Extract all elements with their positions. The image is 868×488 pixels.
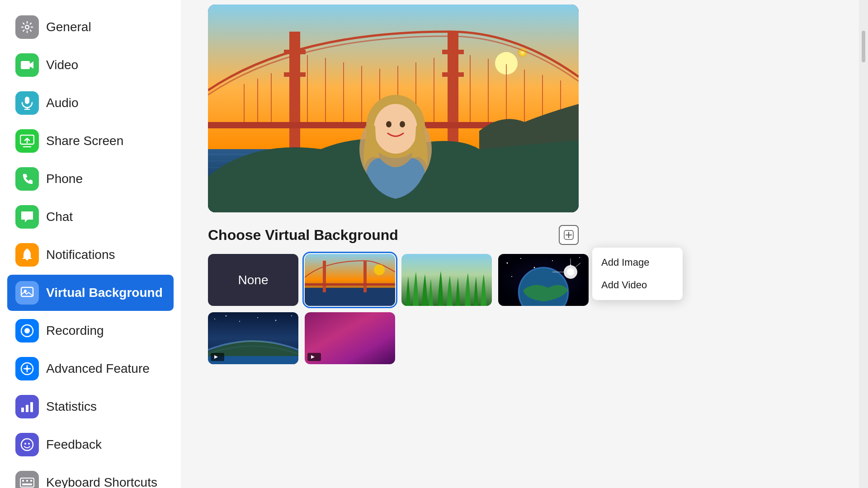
- svg-rect-68: [363, 261, 367, 292]
- svg-point-70: [374, 264, 385, 275]
- sidebar-item-recording[interactable]: Recording: [7, 313, 174, 349]
- rec-icon: [15, 319, 39, 343]
- svg-point-0: [25, 25, 29, 29]
- phone-icon: [15, 167, 39, 191]
- sidebar-item-notifications[interactable]: Notifications: [7, 237, 174, 273]
- svg-rect-16: [26, 405, 28, 412]
- add-image-item[interactable]: Add Image: [592, 251, 683, 274]
- sidebar-item-statistics[interactable]: Statistics: [7, 389, 174, 425]
- main-content: Choose Virtual Background Add Image Add …: [181, 0, 859, 488]
- svg-rect-37: [442, 50, 464, 54]
- svg-rect-69: [305, 283, 395, 286]
- sidebar-item-general-label: General: [46, 20, 91, 34]
- audio-icon: [15, 91, 39, 115]
- sidebar-item-feedback[interactable]: Feedback: [7, 427, 174, 463]
- sidebar-item-vbg-label: Virtual Background: [46, 286, 163, 300]
- sidebar-item-phone-label: Phone: [46, 172, 83, 186]
- sidebar-item-advanced-feature[interactable]: Advanced Feature: [7, 351, 174, 387]
- sidebar-item-recording-label: Recording: [46, 324, 104, 338]
- thumb-none[interactable]: None: [208, 254, 298, 306]
- add-background-button[interactable]: [559, 225, 579, 245]
- section-title: Choose Virtual Background: [208, 227, 398, 244]
- svg-rect-2: [25, 97, 29, 104]
- svg-rect-25: [22, 483, 32, 485]
- svg-rect-23: [26, 480, 28, 482]
- thumb-space[interactable]: [498, 254, 589, 306]
- thumb-golden-gate[interactable]: [305, 254, 395, 306]
- svg-rect-22: [22, 480, 24, 482]
- sidebar-item-chat-label: Chat: [46, 210, 73, 224]
- sidebar-item-virtual-background[interactable]: Virtual Background: [7, 275, 174, 311]
- sidebar-item-share-screen-label: Share Screen: [46, 134, 123, 148]
- svg-point-83: [567, 268, 574, 276]
- sidebar-item-video-label: Video: [46, 58, 78, 72]
- sidebar-item-share-screen[interactable]: Share Screen: [7, 123, 174, 159]
- svg-point-91: [257, 317, 258, 318]
- thumb-purple-video[interactable]: [305, 312, 395, 364]
- svg-point-73: [507, 263, 508, 264]
- sidebar-item-general[interactable]: General: [7, 9, 174, 45]
- svg-point-18: [21, 439, 33, 450]
- bell-icon: [15, 243, 39, 267]
- svg-rect-67: [323, 261, 326, 292]
- chat-icon: [15, 205, 39, 229]
- svg-rect-1: [21, 61, 30, 69]
- sidebar-item-video[interactable]: Video: [7, 47, 174, 83]
- sidebar-item-chat[interactable]: Chat: [7, 199, 174, 235]
- thumb-none-label: None: [238, 273, 269, 287]
- svg-point-19: [24, 443, 26, 445]
- plus-icon: [564, 230, 574, 240]
- svg-point-75: [534, 267, 535, 268]
- svg-point-90: [239, 321, 240, 322]
- sidebar-item-audio-label: Audio: [46, 96, 79, 110]
- scrollbar[interactable]: [859, 0, 868, 488]
- svg-point-10: [24, 328, 30, 333]
- svg-rect-36: [284, 72, 306, 77]
- svg-rect-38: [442, 72, 464, 77]
- svg-point-76: [552, 260, 553, 261]
- video-icon: [15, 53, 39, 77]
- svg-point-89: [226, 315, 227, 317]
- share-screen-icon: [15, 129, 39, 153]
- svg-point-74: [520, 258, 521, 259]
- scrollbar-thumb[interactable]: [862, 31, 865, 62]
- add-dropdown: Add Image Add Video: [592, 248, 683, 300]
- svg-point-60: [386, 121, 392, 127]
- svg-point-20: [28, 443, 30, 445]
- stats-icon: [15, 395, 39, 418]
- svg-rect-66: [305, 288, 395, 306]
- thumbnail-row-2: [208, 312, 841, 364]
- sidebar-item-phone[interactable]: Phone: [7, 161, 174, 197]
- svg-point-88: [214, 319, 215, 319]
- sidebar-item-audio[interactable]: Audio: [7, 85, 174, 121]
- gear-icon: [15, 15, 39, 39]
- svg-rect-15: [21, 408, 24, 412]
- sidebar-item-feedback-label: Feedback: [46, 437, 102, 452]
- svg-rect-17: [30, 402, 33, 412]
- feedback-icon: [15, 433, 39, 456]
- section-header: Choose Virtual Background Add Image Add …: [208, 225, 579, 245]
- svg-rect-21: [20, 478, 34, 487]
- svg-point-79: [511, 276, 512, 277]
- thumbnail-row-1: None: [208, 254, 841, 306]
- svg-point-93: [291, 315, 292, 316]
- svg-point-59: [374, 104, 417, 154]
- virtual-background-preview: [208, 5, 579, 212]
- svg-point-14: [26, 367, 28, 370]
- thumb-grass[interactable]: [401, 254, 492, 306]
- svg-rect-24: [30, 480, 32, 482]
- svg-point-78: [579, 257, 580, 258]
- vbg-icon: [15, 281, 39, 305]
- thumb-earth-video[interactable]: [208, 312, 298, 364]
- sidebar-item-keyboard-shortcuts[interactable]: Keyboard Shortcuts: [7, 465, 174, 488]
- sidebar-item-notifications-label: Notifications: [46, 248, 115, 262]
- adv-icon: [15, 357, 39, 380]
- svg-point-92: [275, 320, 277, 321]
- add-video-item[interactable]: Add Video: [592, 274, 683, 296]
- sidebar-item-advanced-label: Advanced Feature: [46, 361, 150, 376]
- svg-point-61: [400, 121, 405, 127]
- sidebar-item-keyboard-label: Keyboard Shortcuts: [46, 475, 157, 488]
- keyboard-icon: [15, 471, 39, 488]
- sidebar: General Video Audio: [0, 0, 181, 488]
- sidebar-item-statistics-label: Statistics: [46, 399, 97, 414]
